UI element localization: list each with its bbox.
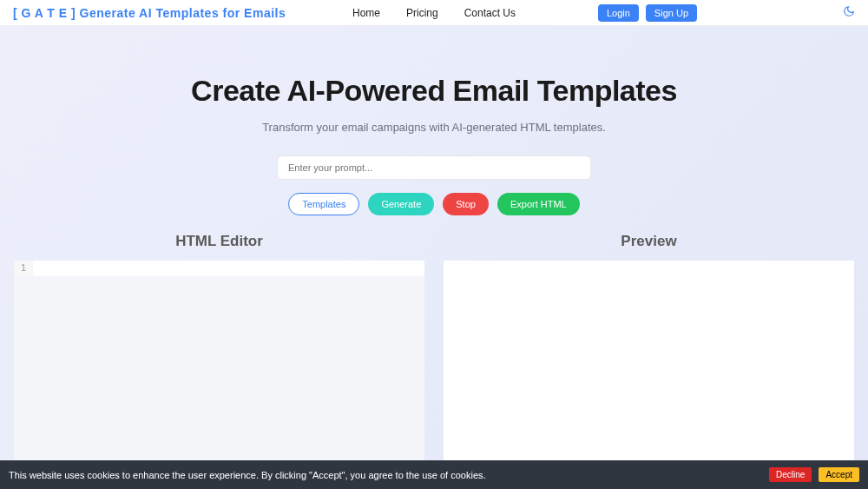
- brand-logo[interactable]: [ G A T E ] Generate AI Templates for Em…: [13, 6, 286, 20]
- navbar: [ G A T E ] Generate AI Templates for Em…: [0, 0, 868, 26]
- preview-area: [444, 261, 854, 466]
- stop-button[interactable]: Stop: [443, 193, 489, 215]
- nav-contact[interactable]: Contact Us: [464, 7, 516, 19]
- editor-code-area[interactable]: [33, 261, 424, 276]
- preview-panel: Preview: [444, 233, 854, 466]
- prompt-input[interactable]: [277, 155, 591, 180]
- cookie-text: This website uses cookies to enhance the…: [9, 470, 486, 480]
- generate-button[interactable]: Generate: [368, 193, 434, 215]
- cookie-actions: Decline Accept: [769, 467, 859, 482]
- cookie-banner: This website uses cookies to enhance the…: [0, 460, 868, 489]
- html-editor[interactable]: 1: [14, 261, 424, 466]
- editor-line-number: 1: [14, 261, 33, 276]
- editor-panel: HTML Editor 1: [14, 233, 424, 466]
- hero-section: Create AI-Powered Email Templates Transf…: [0, 26, 868, 215]
- nav-home[interactable]: Home: [352, 7, 380, 19]
- moon-icon: [843, 5, 855, 17]
- hero-subtitle: Transform your email campaigns with AI-g…: [0, 121, 868, 134]
- cookie-decline-button[interactable]: Decline: [769, 467, 812, 482]
- login-button[interactable]: Login: [598, 4, 639, 22]
- templates-button[interactable]: Templates: [288, 193, 359, 215]
- theme-toggle[interactable]: [843, 5, 855, 21]
- signup-button[interactable]: Sign Up: [646, 4, 697, 22]
- workspace: HTML Editor 1 Preview: [0, 215, 868, 466]
- cookie-accept-button[interactable]: Accept: [819, 467, 859, 482]
- nav-center: Home Pricing Contact Us: [352, 7, 516, 19]
- export-button[interactable]: Export HTML: [497, 193, 580, 215]
- action-row: Templates Generate Stop Export HTML: [0, 193, 868, 215]
- hero-title: Create AI-Powered Email Templates: [0, 74, 868, 108]
- nav-right: Login Sign Up: [598, 4, 855, 22]
- editor-title: HTML Editor: [14, 233, 424, 250]
- preview-title: Preview: [444, 233, 854, 250]
- nav-pricing[interactable]: Pricing: [406, 7, 438, 19]
